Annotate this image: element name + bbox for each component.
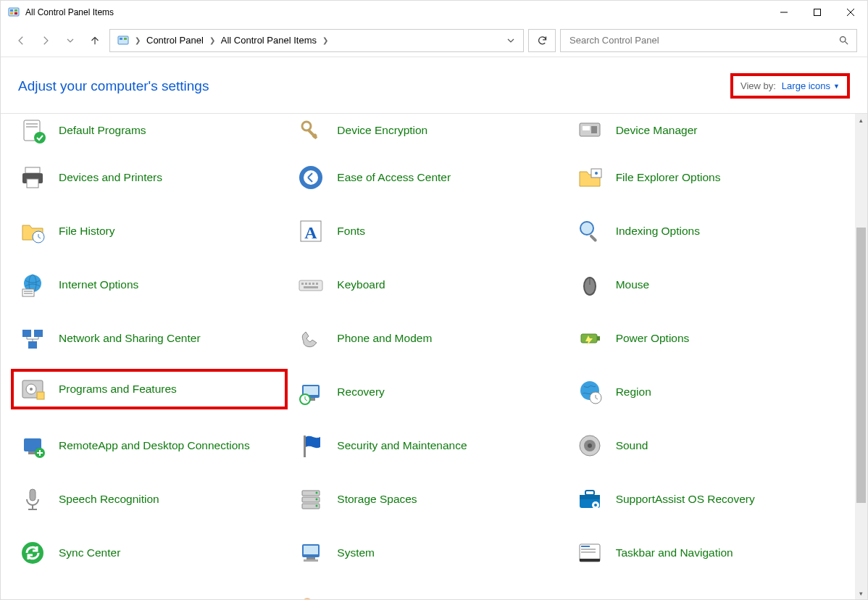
cp-item-keyboard[interactable]: Keyboard: [292, 264, 563, 305]
cp-item-phone-modem[interactable]: Phone and Modem: [292, 318, 563, 359]
cp-item-taskbar-navigation[interactable]: Taskbar and Navigation: [571, 533, 842, 573]
cp-item-programs-and-features[interactable]: Programs and Features: [11, 369, 288, 409]
cp-item-label: Recovery: [337, 385, 384, 399]
font-a-icon: [295, 215, 327, 247]
cp-item-device-manager[interactable]: Device Manager: [571, 117, 842, 144]
cp-item-label: Region: [616, 385, 651, 399]
items-panel: Default ProgramsDevice EncryptionDevice …: [1, 114, 855, 599]
keys-icon: [295, 114, 327, 146]
keyboard-icon: [295, 269, 327, 301]
cp-item-power-options[interactable]: Power Options: [571, 318, 842, 359]
page-title: Adjust your computer's settings: [18, 78, 209, 94]
breadcrumb-1[interactable]: All Control Panel Items: [218, 30, 320, 51]
cp-item-speech-recognition[interactable]: Speech Recognition: [14, 479, 285, 520]
svg-line-13: [845, 41, 848, 44]
folder-clock-icon: [17, 215, 49, 247]
cp-item-storage-spaces[interactable]: Storage Spaces: [292, 479, 563, 520]
cp-item-supportassist[interactable]: SupportAssist OS Recovery: [571, 479, 842, 520]
recent-dropdown[interactable]: [60, 30, 80, 51]
cp-item-device-encryption[interactable]: Device Encryption: [292, 117, 563, 144]
svg-rect-3: [10, 12, 13, 14]
address-icon: [114, 30, 132, 51]
control-panel-icon: [8, 7, 20, 18]
svg-rect-9: [118, 36, 128, 44]
view-by-value[interactable]: Large icons ▼: [782, 80, 840, 91]
network-icon: [17, 322, 49, 354]
cp-item-ease-of-access[interactable]: Ease of Access Center: [292, 157, 563, 198]
cp-item-region[interactable]: Region: [571, 372, 842, 412]
cp-item-user-accounts[interactable]: User Accounts: [292, 586, 563, 599]
magnifier-icon: [574, 215, 606, 247]
scroll-track[interactable]: [855, 126, 867, 587]
cp-item-file-history[interactable]: File History: [14, 211, 285, 251]
cp-item-remoteapp[interactable]: RemoteApp and Desktop Connections: [14, 425, 285, 466]
remote-icon: [17, 430, 49, 462]
address-dropdown[interactable]: [503, 37, 519, 44]
scrollbar-vertical[interactable]: ▴ ▾: [855, 114, 867, 599]
close-button[interactable]: [834, 1, 867, 23]
cp-item-fonts[interactable]: Fonts: [292, 211, 563, 251]
cp-item-sync-center[interactable]: Sync Center: [14, 533, 285, 573]
cp-item-label: Devices and Printers: [59, 170, 162, 184]
cp-item-label: Speech Recognition: [59, 492, 159, 506]
scroll-thumb[interactable]: [856, 228, 866, 503]
cp-item-file-explorer-options[interactable]: File Explorer Options: [571, 157, 842, 198]
cp-item-troubleshooting[interactable]: Troubleshooting: [14, 586, 285, 599]
cp-item-internet-options[interactable]: Internet Options: [14, 264, 285, 305]
cp-item-label: File Explorer Options: [616, 170, 721, 184]
items-grid: Default ProgramsDevice EncryptionDevice …: [14, 117, 842, 599]
svg-rect-4: [14, 12, 17, 14]
search-icon[interactable]: [838, 35, 849, 46]
svg-rect-6: [814, 9, 821, 16]
window: All Control Panel Items ❯ Control Panel …: [0, 0, 868, 600]
drives-icon: [295, 483, 327, 515]
cp-item-label: Internet Options: [59, 278, 138, 291]
chevron-right-icon[interactable]: ❯: [135, 36, 141, 44]
toolbox-icon: [574, 483, 606, 515]
maximize-button[interactable]: [801, 1, 834, 23]
view-by-control[interactable]: View by: Large icons ▼: [730, 73, 850, 99]
scroll-down-button[interactable]: ▾: [855, 587, 867, 599]
cp-item-indexing-options[interactable]: Indexing Options: [571, 211, 842, 251]
back-button[interactable]: [11, 30, 31, 51]
cp-item-label: Phone and Modem: [337, 331, 432, 345]
cp-item-system[interactable]: System: [292, 533, 563, 573]
system-icon: [295, 537, 327, 569]
window-controls: [767, 1, 867, 23]
minimize-button[interactable]: [767, 1, 801, 23]
svg-rect-1: [10, 9, 13, 12]
cp-item-network-sharing[interactable]: Network and Sharing Center: [14, 318, 285, 359]
titlebar: All Control Panel Items: [1, 1, 867, 24]
cp-item-windows-defender-firewall[interactable]: Windows Defender Firewall: [571, 586, 842, 599]
forward-button[interactable]: [36, 30, 56, 51]
cp-item-recovery[interactable]: Recovery: [292, 372, 563, 412]
cp-item-label: Ease of Access Center: [337, 170, 451, 184]
chevron-right-icon[interactable]: ❯: [322, 36, 328, 44]
up-button[interactable]: [85, 30, 105, 51]
refresh-button[interactable]: [528, 29, 556, 52]
view-by-label: View by:: [740, 80, 776, 91]
breadcrumb-0[interactable]: Control Panel: [143, 30, 206, 51]
region-globe-icon: [574, 376, 606, 408]
caret-down-icon: ▼: [833, 83, 840, 90]
cp-item-label: RemoteApp and Desktop Connections: [59, 438, 250, 452]
ease-icon: [295, 162, 327, 193]
breadcrumb-label: Control Panel: [146, 35, 204, 46]
cp-item-label: Sound: [616, 438, 648, 452]
search-input[interactable]: [568, 34, 838, 46]
cp-item-default-programs[interactable]: Default Programs: [14, 117, 285, 144]
cp-item-label: Network and Sharing Center: [59, 331, 201, 345]
chevron-right-icon[interactable]: ❯: [209, 36, 215, 44]
cp-item-devices-and-printers[interactable]: Devices and Printers: [14, 157, 285, 198]
printer-icon: [17, 162, 49, 193]
cp-item-security-maintenance[interactable]: Security and Maintenance: [292, 425, 563, 466]
scroll-up-button[interactable]: ▴: [855, 114, 867, 126]
cp-item-mouse[interactable]: Mouse: [571, 264, 842, 305]
search-box[interactable]: [560, 29, 857, 52]
cp-item-sound[interactable]: Sound: [571, 425, 842, 466]
address-bar[interactable]: ❯ Control Panel ❯ All Control Panel Item…: [109, 29, 524, 52]
battery-icon: [574, 322, 606, 354]
device-mgr-icon: [574, 114, 606, 146]
window-title: All Control Panel Items: [25, 7, 114, 17]
cp-item-label: Sync Center: [59, 546, 120, 559]
